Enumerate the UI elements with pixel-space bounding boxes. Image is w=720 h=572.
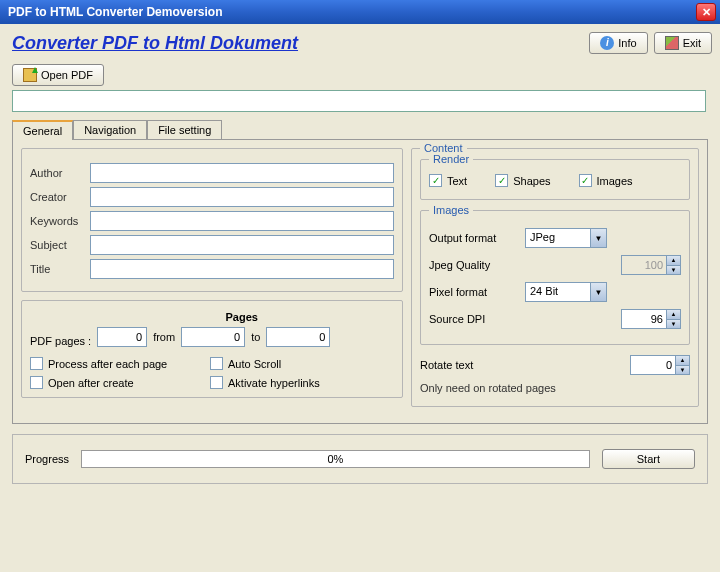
render-group: Render ✓Text ✓Shapes ✓Images <box>420 159 690 200</box>
chevron-up-icon[interactable]: ▲ <box>676 356 689 365</box>
author-input[interactable] <box>90 163 394 183</box>
from-label: from <box>153 331 175 343</box>
render-images-label: Images <box>597 175 633 187</box>
tab-file-setting[interactable]: File setting <box>147 120 222 139</box>
start-button[interactable]: Start <box>602 449 695 469</box>
render-shapes-checkbox[interactable]: ✓ <box>495 174 508 187</box>
to-input[interactable] <box>266 327 330 347</box>
output-format-value: JPeg <box>526 229 590 247</box>
open-pdf-button[interactable]: Open PDF <box>12 64 104 86</box>
tab-panel-general: Author Creator Keywords Subject Title PD… <box>12 139 708 424</box>
title-input[interactable] <box>90 259 394 279</box>
jpeg-quality-spinner[interactable]: ▲▼ <box>621 255 681 275</box>
info-button[interactable]: i Info <box>589 32 647 54</box>
keywords-input[interactable] <box>90 211 394 231</box>
chevron-down-icon[interactable]: ▼ <box>667 319 680 329</box>
activate-links-label: Aktivate hyperlinks <box>228 377 320 389</box>
progress-group: Progress 0% Start <box>12 434 708 484</box>
process-each-checkbox[interactable] <box>30 357 43 370</box>
activate-links-checkbox[interactable] <box>210 376 223 389</box>
render-group-title: Render <box>429 153 473 165</box>
window-title: PDF to HTML Converter Demoversion <box>8 5 696 19</box>
chevron-up-icon[interactable]: ▲ <box>667 256 680 265</box>
process-each-label: Process after each page <box>48 358 167 370</box>
render-text-label: Text <box>447 175 467 187</box>
progress-label: Progress <box>25 453 69 465</box>
images-group: Images Output format JPeg ▼ Jpeg Quality <box>420 210 690 345</box>
pixel-format-label: Pixel format <box>429 286 525 298</box>
pixel-format-combo[interactable]: 24 Bit ▼ <box>525 282 607 302</box>
source-dpi-label: Source DPI <box>429 313 525 325</box>
rotate-text-label: Rotate text <box>420 359 516 371</box>
pages-group: PDF pages : Pages from to <box>21 300 403 398</box>
output-format-combo[interactable]: JPeg ▼ <box>525 228 607 248</box>
output-format-label: Output format <box>429 232 525 244</box>
chevron-down-icon[interactable]: ▼ <box>676 365 689 375</box>
source-dpi-value[interactable] <box>622 310 666 328</box>
to-label: to <box>251 331 260 343</box>
creator-input[interactable] <box>90 187 394 207</box>
keywords-label: Keywords <box>30 215 90 227</box>
auto-scroll-label: Auto Scroll <box>228 358 281 370</box>
titlebar: PDF to HTML Converter Demoversion ✕ <box>0 0 720 24</box>
folder-open-icon <box>23 68 37 82</box>
chevron-down-icon[interactable]: ▼ <box>667 265 680 275</box>
pdf-pages-label: PDF pages : <box>30 335 91 347</box>
tab-navigation[interactable]: Navigation <box>73 120 147 139</box>
render-shapes-label: Shapes <box>513 175 550 187</box>
title-label: Title <box>30 263 90 275</box>
render-text-checkbox[interactable]: ✓ <box>429 174 442 187</box>
info-icon: i <box>600 36 614 50</box>
open-after-label: Open after create <box>48 377 134 389</box>
content-group: Content Render ✓Text ✓Shapes ✓Images Ima… <box>411 148 699 407</box>
open-pdf-label: Open PDF <box>41 69 93 81</box>
tab-strip: General Navigation File setting <box>8 120 712 139</box>
progress-bar: 0% <box>81 450 590 468</box>
subject-label: Subject <box>30 239 90 251</box>
from-input[interactable] <box>181 327 245 347</box>
subject-input[interactable] <box>90 235 394 255</box>
rotate-text-value[interactable] <box>631 356 675 374</box>
metadata-group: Author Creator Keywords Subject Title <box>21 148 403 292</box>
exit-icon <box>665 36 679 50</box>
chevron-down-icon: ▼ <box>590 229 606 247</box>
close-button[interactable]: ✕ <box>696 3 716 21</box>
jpeg-quality-label: Jpeg Quality <box>429 259 525 271</box>
chevron-up-icon[interactable]: ▲ <box>667 310 680 319</box>
pages-heading: Pages <box>226 311 258 323</box>
source-dpi-spinner[interactable]: ▲▼ <box>621 309 681 329</box>
open-after-checkbox[interactable] <box>30 376 43 389</box>
jpeg-quality-value <box>622 256 666 274</box>
info-label: Info <box>618 37 636 49</box>
creator-label: Creator <box>30 191 90 203</box>
pixel-format-value: 24 Bit <box>526 283 590 301</box>
images-group-title: Images <box>429 204 473 216</box>
exit-label: Exit <box>683 37 701 49</box>
chevron-down-icon: ▼ <box>590 283 606 301</box>
pdf-pages-value[interactable] <box>97 327 147 347</box>
author-label: Author <box>30 167 90 179</box>
auto-scroll-checkbox[interactable] <box>210 357 223 370</box>
tab-general[interactable]: General <box>12 120 73 140</box>
exit-button[interactable]: Exit <box>654 32 712 54</box>
rotate-text-spinner[interactable]: ▲▼ <box>630 355 690 375</box>
page-title: Converter PDF to Html Dokument <box>8 33 583 54</box>
pdf-path-input[interactable] <box>12 90 706 112</box>
rotate-note: Only need on rotated pages <box>420 382 690 394</box>
render-images-checkbox[interactable]: ✓ <box>579 174 592 187</box>
